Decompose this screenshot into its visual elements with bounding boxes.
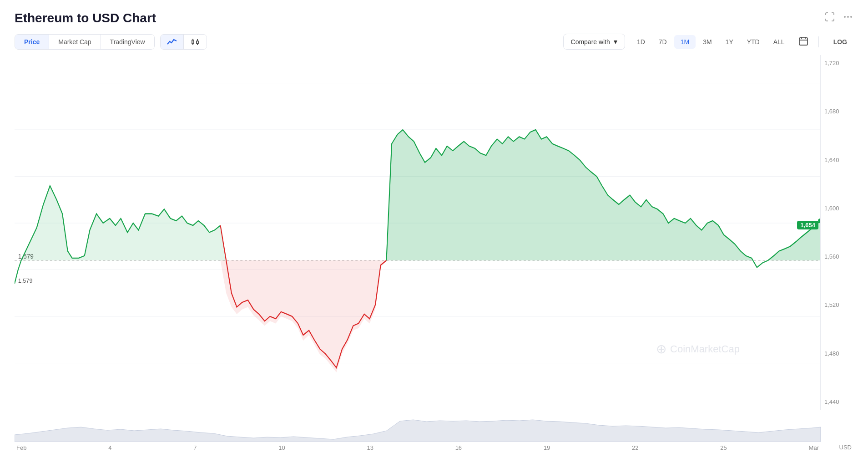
x-label-4: 4: [108, 444, 111, 451]
calendar-icon[interactable]: [797, 36, 810, 48]
x-label-25: 25: [720, 444, 727, 451]
svg-point-1: [847, 16, 849, 18]
x-label-10: 10: [278, 444, 285, 451]
y-label-1520: 1,520: [824, 301, 853, 308]
page-title: Ethereum to USD Chart: [15, 11, 156, 25]
x-label-mar: Mar: [809, 444, 819, 451]
chart-area: 1,579: [15, 55, 853, 410]
tab-tradingview[interactable]: TradingView: [101, 35, 154, 49]
compare-with-dropdown[interactable]: Compare with ▾: [563, 34, 625, 50]
y-label-1680: 1,680: [824, 108, 853, 115]
svg-rect-6: [197, 41, 198, 44]
main-chart: 1,579: [15, 55, 821, 410]
chart-type-group: [160, 34, 207, 50]
y-label-1640: 1,640: [824, 157, 853, 163]
time-btn-1m[interactable]: 1M: [674, 35, 696, 49]
x-label-22: 22: [632, 444, 638, 451]
time-btn-1y[interactable]: 1Y: [719, 35, 740, 49]
view-tabs: Price Market Cap TradingView: [15, 34, 155, 50]
line-chart-button[interactable]: [161, 35, 184, 49]
time-btn-3m[interactable]: 3M: [696, 35, 718, 49]
candle-chart-button[interactable]: [184, 35, 207, 49]
y-label-1440: 1,440: [824, 398, 853, 405]
toolbar-divider: [818, 36, 819, 47]
price-chart-svg: 1,579: [15, 55, 820, 410]
y-label-1600: 1,600: [824, 205, 853, 212]
fullscreen-icon[interactable]: [824, 11, 835, 25]
time-btn-all[interactable]: ALL: [767, 35, 791, 49]
x-label-19: 19: [544, 444, 550, 451]
tab-price[interactable]: Price: [15, 35, 49, 49]
svg-text:1,579: 1,579: [18, 277, 33, 284]
tab-market-cap[interactable]: Market Cap: [49, 35, 101, 49]
compare-label: Compare with: [571, 38, 610, 46]
current-price-badge: 1,654: [797, 221, 818, 229]
x-label-feb: Feb: [16, 444, 26, 451]
usd-label: USD: [839, 444, 852, 451]
svg-point-0: [844, 16, 846, 18]
y-label-1480: 1,480: [824, 350, 853, 357]
x-label-13: 13: [367, 444, 373, 451]
time-btn-7d[interactable]: 7D: [652, 35, 673, 49]
svg-rect-3: [192, 40, 194, 44]
time-period-group: 1D 7D 1M 3M 1Y YTD ALL: [631, 35, 791, 49]
svg-rect-9: [799, 38, 807, 45]
x-label-7: 7: [193, 444, 197, 451]
y-axis: 1,720 1,680 1,640 1,600 1,560 1,520 1,48…: [821, 55, 853, 410]
chevron-down-icon: ▾: [614, 37, 617, 46]
y-label-1720: 1,720: [824, 60, 853, 66]
time-btn-ytd[interactable]: YTD: [741, 35, 766, 49]
svg-point-2: [850, 16, 852, 18]
chart-svg-container: 1,579: [15, 55, 820, 410]
y-label-1560: 1,560: [824, 253, 853, 260]
more-options-icon[interactable]: [843, 11, 853, 25]
mini-chart-container: Feb 4 7 10 13 16 19 22 25 Mar USD: [15, 410, 821, 451]
log-button[interactable]: LOG: [827, 35, 853, 49]
mini-chart-svg: [15, 410, 821, 442]
svg-rect-23: [15, 260, 820, 410]
x-label-16: 16: [455, 444, 462, 451]
time-btn-1d[interactable]: 1D: [631, 35, 651, 49]
